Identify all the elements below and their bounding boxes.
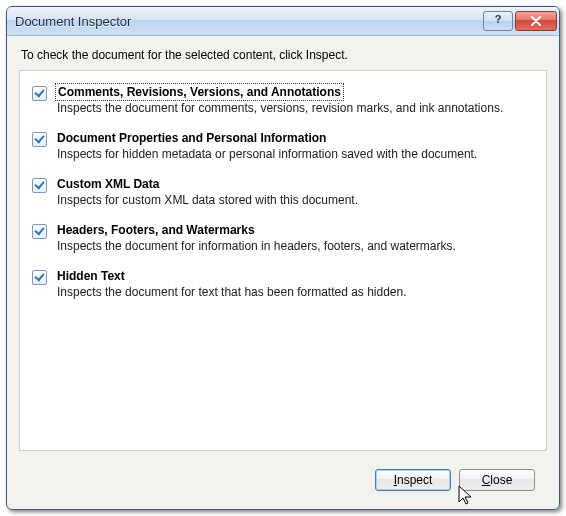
option-checkbox[interactable]	[32, 270, 47, 285]
close-button[interactable]: Close	[459, 469, 535, 491]
inspection-option: Hidden TextInspects the document for tex…	[32, 269, 534, 299]
title-bar: Document Inspector	[7, 7, 559, 36]
help-button[interactable]	[483, 11, 513, 31]
option-description: Inspects the document for information in…	[57, 239, 534, 253]
close-icon	[530, 16, 542, 26]
option-text: Document Properties and Personal Informa…	[57, 131, 534, 161]
option-description: Inspects for custom XML data stored with…	[57, 193, 534, 207]
option-title[interactable]: Document Properties and Personal Informa…	[57, 131, 326, 145]
window-controls	[481, 11, 557, 31]
dialog-title: Document Inspector	[15, 14, 481, 29]
dialog-content: To check the document for the selected c…	[7, 36, 559, 509]
button-row: Inspect Close	[19, 461, 547, 509]
option-title[interactable]: Comments, Revisions, Versions, and Annot…	[57, 85, 342, 99]
option-title[interactable]: Custom XML Data	[57, 177, 159, 191]
document-inspector-dialog: Document Inspector To check the document…	[6, 6, 560, 510]
option-description: Inspects the document for text that has …	[57, 285, 534, 299]
option-title[interactable]: Headers, Footers, and Watermarks	[57, 223, 255, 237]
option-title[interactable]: Hidden Text	[57, 269, 125, 283]
option-checkbox[interactable]	[32, 224, 47, 239]
inspection-option: Comments, Revisions, Versions, and Annot…	[32, 85, 534, 115]
instruction-text: To check the document for the selected c…	[21, 48, 545, 62]
option-text: Hidden TextInspects the document for tex…	[57, 269, 534, 299]
option-checkbox[interactable]	[32, 86, 47, 101]
option-checkbox[interactable]	[32, 132, 47, 147]
option-description: Inspects the document for comments, vers…	[57, 101, 534, 115]
close-window-button[interactable]	[515, 11, 557, 31]
inspection-option: Document Properties and Personal Informa…	[32, 131, 534, 161]
option-checkbox[interactable]	[32, 178, 47, 193]
inspect-button[interactable]: Inspect	[375, 469, 451, 491]
inspection-option: Custom XML DataInspects for custom XML d…	[32, 177, 534, 207]
option-text: Comments, Revisions, Versions, and Annot…	[57, 85, 534, 115]
inspection-options-list: Comments, Revisions, Versions, and Annot…	[19, 70, 547, 451]
option-description: Inspects for hidden metadata or personal…	[57, 147, 534, 161]
option-text: Custom XML DataInspects for custom XML d…	[57, 177, 534, 207]
option-text: Headers, Footers, and WatermarksInspects…	[57, 223, 534, 253]
inspection-option: Headers, Footers, and WatermarksInspects…	[32, 223, 534, 253]
